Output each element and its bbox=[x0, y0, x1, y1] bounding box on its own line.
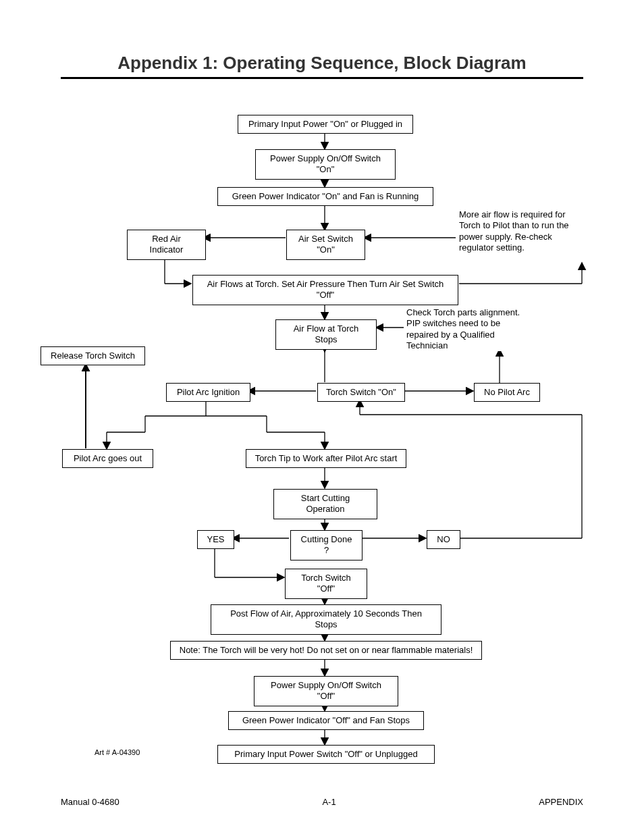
node-green-indicator-on: Green Power Indicator "On" and Fan is Ru… bbox=[217, 187, 433, 206]
note-air-flow: More air flow is required for Torch to P… bbox=[459, 209, 581, 253]
node-pilot-arc-ignition: Pilot Arc Ignition bbox=[166, 383, 250, 402]
node-cutting-done: Cutting Done ? bbox=[290, 530, 363, 561]
node-air-flow-stops: Air Flow at Torch Stops bbox=[275, 319, 377, 350]
page-footer: Manual 0-4680 A-1 APPENDIX bbox=[61, 797, 583, 807]
node-primary-power-on: Primary Input Power "On" or Plugged in bbox=[238, 115, 413, 134]
label-no: NO bbox=[427, 530, 460, 549]
note-check-torch: Check Torch parts alignment. PIP switche… bbox=[406, 307, 528, 351]
node-air-flows-set-off: Air Flows at Torch. Set Air Pressure The… bbox=[192, 275, 458, 305]
node-supply-switch-on: Power Supply On/Off Switch "On" bbox=[255, 149, 396, 180]
node-primary-power-off: Primary Input Power Switch "Off" or Unpl… bbox=[217, 745, 435, 764]
node-air-set-on: Air Set Switch "On" bbox=[286, 230, 365, 260]
node-pilot-arc-goes-out: Pilot Arc goes out bbox=[62, 449, 153, 468]
node-red-air-indicator: Red Air Indicator bbox=[127, 230, 206, 260]
node-post-flow: Post Flow of Air, Approximately 10 Secon… bbox=[211, 604, 441, 635]
title-rule bbox=[61, 77, 583, 79]
page: Appendix 1: Operating Sequence, Block Di… bbox=[0, 0, 644, 834]
footer-left: Manual 0-4680 bbox=[61, 797, 119, 807]
node-torch-switch-on: Torch Switch "On" bbox=[317, 383, 405, 402]
node-green-indicator-off: Green Power Indicator "Off" and Fan Stop… bbox=[228, 711, 424, 730]
node-no-pilot-arc: No Pilot Arc bbox=[474, 383, 540, 402]
node-supply-switch-off: Power Supply On/Off Switch "Off" bbox=[254, 676, 398, 706]
page-title: Appendix 1: Operating Sequence, Block Di… bbox=[0, 53, 644, 74]
node-release-torch: Release Torch Switch bbox=[41, 346, 145, 365]
node-start-cutting: Start Cutting Operation bbox=[273, 489, 377, 519]
footer-center: A-1 bbox=[322, 797, 336, 807]
footer-right: APPENDIX bbox=[539, 797, 583, 807]
node-torch-tip-to-work: Torch Tip to Work after Pilot Arc start bbox=[246, 449, 406, 468]
node-hot-warning: Note: The Torch will be very hot! Do not… bbox=[170, 641, 482, 660]
art-number: Art # A-04390 bbox=[95, 748, 140, 756]
node-torch-switch-off: Torch Switch "Off" bbox=[285, 569, 367, 599]
label-yes: YES bbox=[197, 530, 234, 549]
